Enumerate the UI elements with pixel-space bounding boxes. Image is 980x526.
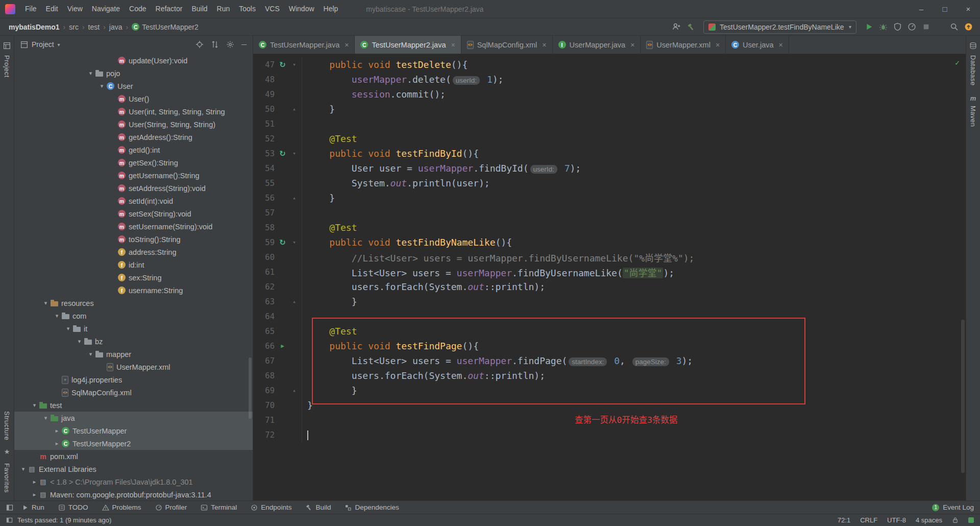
- chevron-down-icon[interactable]: ▾: [18, 466, 28, 472]
- code-line[interactable]: 58 @Test: [253, 220, 966, 235]
- code-line[interactable]: 67 List<User> users = userMapper.findPag…: [253, 353, 966, 368]
- editor-tab[interactable]: CTestUserMapper2.java×: [355, 36, 461, 54]
- status-message[interactable]: Tests passed: 1 (9 minutes ago): [17, 516, 111, 524]
- editor-tab[interactable]: IUserMapper.java×: [553, 36, 641, 54]
- toolwindow-terminal[interactable]: Terminal: [201, 504, 237, 511]
- toolwindow-problems[interactable]: Problems: [102, 504, 141, 511]
- tree-item[interactable]: mgetSex():String: [14, 156, 253, 169]
- profiler-button[interactable]: [908, 22, 916, 31]
- tool-stripe-project[interactable]: Project: [3, 55, 11, 78]
- tree-item[interactable]: <>UserMapper.xml: [14, 361, 253, 373]
- menu-code[interactable]: Code: [125, 0, 151, 18]
- code-line[interactable]: 72: [253, 427, 966, 442]
- chevron-down-icon[interactable]: ▾: [63, 325, 73, 332]
- editor-tab[interactable]: <>UserMapper.xml×: [641, 36, 726, 54]
- chevron-right-icon[interactable]: ▸: [52, 427, 62, 434]
- tree-item[interactable]: mgetAddress():String: [14, 131, 253, 144]
- build-project-icon[interactable]: [687, 22, 695, 31]
- tree-item[interactable]: ▾resources: [14, 297, 253, 309]
- tree-item[interactable]: ≡log4j.properties: [14, 373, 253, 386]
- tree-item[interactable]: fusername:String: [14, 284, 253, 297]
- tree-item[interactable]: mupdate(User):void: [14, 54, 253, 67]
- fold-up-icon[interactable]: ▴: [292, 195, 296, 201]
- tree-item[interactable]: ▾test: [14, 399, 253, 412]
- tree-item[interactable]: msetSex(String):void: [14, 207, 253, 220]
- run-config-select[interactable]: TestUserMapper2.testFindByNameLike▾: [703, 20, 856, 34]
- chevron-right-icon[interactable]: ▸: [30, 479, 39, 485]
- settings-gear-icon[interactable]: [226, 40, 234, 49]
- menu-window[interactable]: Window: [284, 0, 319, 18]
- chevron-down-icon[interactable]: ▾: [86, 70, 95, 77]
- code-line[interactable]: 49 session.commit();: [253, 87, 966, 102]
- tree-item[interactable]: mUser(String, String, String): [14, 118, 253, 131]
- fold-down-icon[interactable]: ▾: [292, 150, 296, 157]
- hide-panel-icon[interactable]: ─: [241, 40, 247, 49]
- code-line[interactable]: 69▴ }: [253, 383, 966, 398]
- chevron-right-icon[interactable]: ▸: [52, 440, 62, 447]
- project-panel-title[interactable]: Project ▾: [20, 40, 60, 49]
- file-encoding[interactable]: UTF-8: [887, 516, 906, 524]
- toolwindow-switcher-icon[interactable]: [6, 504, 13, 511]
- search-icon[interactable]: [950, 22, 959, 31]
- chevron-down-icon[interactable]: ▾: [75, 338, 84, 345]
- editor-tab[interactable]: CUser.java×: [726, 36, 789, 54]
- tree-item[interactable]: fid:int: [14, 258, 253, 271]
- locate-icon[interactable]: [195, 40, 204, 49]
- code-line[interactable]: 48 userMapper.delete(userId: 1);: [253, 72, 966, 87]
- chevron-right-icon[interactable]: ▸: [30, 491, 39, 498]
- code-line[interactable]: 51: [253, 116, 966, 131]
- menu-run[interactable]: Run: [212, 0, 235, 18]
- maximize-button[interactable]: □: [933, 0, 957, 18]
- code-line[interactable]: 70}: [253, 398, 966, 413]
- tree-item[interactable]: mUser(int, String,​ String, String: [14, 105, 253, 118]
- code-line[interactable]: 66▶ public void testFindPage(){: [253, 339, 966, 353]
- tree-item[interactable]: fsex:String: [14, 271, 253, 284]
- menu-file[interactable]: File: [20, 0, 41, 18]
- toolwindow-profiler[interactable]: Profiler: [155, 504, 187, 511]
- close-tab-icon[interactable]: ×: [345, 41, 349, 49]
- menu-view[interactable]: View: [63, 0, 87, 18]
- toolwindow-run[interactable]: Run: [21, 504, 44, 511]
- inspections-ok-icon[interactable]: ✓: [955, 58, 960, 67]
- rerun-test-icon[interactable]: ↻: [279, 238, 286, 247]
- rerun-test-icon[interactable]: ↻: [279, 149, 286, 158]
- event-log-button[interactable]: 1 Event Log: [932, 504, 974, 511]
- code-line[interactable]: 59↻▾ public void testFindByNameLike(){: [253, 235, 966, 250]
- tree-item[interactable]: mgetId():int: [14, 144, 253, 156]
- close-button[interactable]: ×: [957, 0, 980, 18]
- code-line[interactable]: 55 System.out.println(user);: [253, 176, 966, 190]
- editor-tab[interactable]: <>SqlMapConfig.xml×: [461, 36, 553, 54]
- tree-item[interactable]: msetUsername(String):void: [14, 220, 253, 233]
- coverage-button[interactable]: [893, 22, 902, 31]
- line-separator[interactable]: CRLF: [860, 516, 877, 524]
- tree-item[interactable]: msetAddress(String):void: [14, 182, 253, 195]
- close-tab-icon[interactable]: ×: [716, 41, 720, 49]
- menu-refactor[interactable]: Refactor: [151, 0, 187, 18]
- tree-item[interactable]: mgetUsername():String: [14, 169, 253, 182]
- tree-item[interactable]: ▸CTestUserMapper2: [14, 437, 253, 450]
- update-icon[interactable]: [964, 22, 973, 31]
- lock-icon[interactable]: [952, 517, 959, 523]
- minimize-button[interactable]: –: [910, 0, 933, 18]
- code-line[interactable]: 61 List<User> users = userMapper.findByU…: [253, 265, 966, 279]
- tool-stripe-database[interactable]: Database: [969, 55, 977, 86]
- tree-item[interactable]: ▾com: [14, 309, 253, 322]
- caret-position[interactable]: 72:1: [838, 516, 850, 524]
- code-line[interactable]: 57: [253, 205, 966, 220]
- code-line[interactable]: 62 users.forEach(System.out::println);: [253, 279, 966, 294]
- tree-item[interactable]: ▾CUser: [14, 80, 253, 92]
- breadcrumb-item[interactable]: java: [108, 22, 124, 32]
- tool-stripe-structure[interactable]: Structure: [3, 411, 11, 440]
- close-tab-icon[interactable]: ×: [779, 41, 783, 49]
- close-tab-icon[interactable]: ×: [451, 41, 455, 49]
- tree-item[interactable]: ▾bz: [14, 335, 253, 348]
- tree-item[interactable]: msetId(int):void: [14, 195, 253, 207]
- tool-stripe-favorites[interactable]: Favorites: [3, 463, 11, 493]
- code-line[interactable]: 52 @Test: [253, 131, 966, 146]
- toolwindow-dependencies[interactable]: Dependencies: [345, 504, 399, 511]
- run-test-icon[interactable]: ▶: [281, 343, 284, 349]
- tree-item[interactable]: faddress:String: [14, 246, 253, 258]
- scrollbar[interactable]: [249, 357, 252, 419]
- expand-collapse-icon[interactable]: [211, 40, 219, 49]
- tree-item[interactable]: ▾pojo: [14, 67, 253, 80]
